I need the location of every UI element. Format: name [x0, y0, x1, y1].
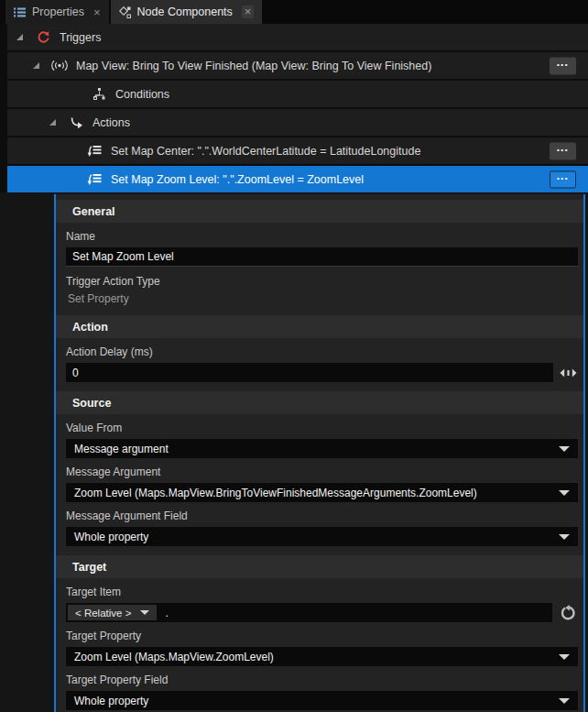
node-components-panel: Properties × Node Components ×	[0, 0, 588, 712]
message-argument-field-select[interactable]: Whole property	[66, 527, 578, 546]
target-property-selected: Zoom Level (Maps.MapView.ZoomLevel)	[74, 651, 274, 663]
value-from-label: Value From	[66, 422, 583, 435]
node-components-icon	[119, 6, 131, 18]
reset-button[interactable]	[560, 605, 576, 621]
chevron-down-icon	[559, 698, 570, 704]
set-property-icon	[85, 145, 103, 158]
tab-properties[interactable]: Properties ×	[5, 0, 109, 24]
section-title: Action	[72, 321, 108, 334]
reset-icon	[560, 605, 576, 621]
section-header-source: Source	[56, 391, 583, 414]
chevron-down-icon	[559, 490, 570, 496]
chevron-down-icon	[140, 610, 149, 615]
tab-node-components[interactable]: Node Components ×	[111, 0, 263, 24]
section-title: Target	[72, 561, 106, 574]
tree-row-label: Conditions	[115, 88, 169, 101]
expander-icon[interactable]	[16, 34, 23, 40]
tree-row-actions[interactable]: Actions	[7, 109, 588, 136]
message-argument-selected: Zoom Level (Maps.MapView.BringToViewFini…	[74, 487, 477, 499]
section-header-target: Target	[56, 555, 583, 578]
section-title: Source	[72, 397, 111, 410]
section-header-action: Action	[56, 315, 583, 338]
tab-properties-label: Properties	[32, 5, 84, 18]
chevron-down-icon	[559, 446, 570, 452]
close-icon[interactable]: ×	[242, 5, 255, 18]
more-options-button[interactable]: •••	[550, 170, 576, 188]
tree-row-label: Set Map Center: ".".WorldCenterLatitude …	[111, 145, 420, 158]
trigger-action-type-label: Trigger Action Type	[66, 275, 583, 289]
target-property-field-selected: Whole property	[74, 695, 148, 707]
action-delay-label: Action Delay (ms)	[66, 345, 583, 359]
target-item-mode-select[interactable]: < Relative >	[68, 605, 157, 620]
tree-row-label: Set Map Zoom Level: ".".ZoomLevel = Zoom…	[111, 173, 364, 186]
target-item-path: .	[165, 607, 168, 619]
section-header-general: General	[56, 200, 583, 223]
value-from-selected: Message argument	[74, 443, 169, 455]
tree-row-label: Triggers	[60, 31, 101, 44]
target-property-select[interactable]: Zoom Level (Maps.MapView.ZoomLevel)	[66, 647, 578, 666]
action-delay-row	[66, 363, 577, 382]
target-item-row: < Relative > .	[66, 603, 576, 622]
tree-row-set-map-zoom-level[interactable]: Set Map Zoom Level: ".".ZoomLevel = Zoom…	[7, 166, 588, 192]
target-item-label: Target Item	[66, 586, 583, 599]
name-label: Name	[66, 230, 583, 244]
tree-row-label: Map View: Bring To View Finished (Map Vi…	[76, 60, 431, 72]
tab-node-components-label: Node Components	[137, 5, 233, 18]
message-argument-field-label: Message Argument Field	[66, 509, 583, 523]
more-options-button[interactable]: •••	[550, 57, 576, 74]
message-argument-label: Message Argument	[66, 466, 583, 479]
expander-icon[interactable]	[49, 119, 56, 126]
target-property-field-select[interactable]: Whole property	[66, 691, 578, 710]
component-tree: Triggers Map View: Bring To View Finishe…	[0, 24, 588, 192]
message-broadcast-icon	[50, 60, 69, 71]
message-argument-field-selected: Whole property	[74, 531, 148, 543]
target-property-label: Target Property	[66, 630, 583, 643]
name-input[interactable]	[66, 247, 578, 267]
chevron-down-icon	[559, 654, 570, 660]
trigger-action-type-value: Set Property	[68, 292, 583, 306]
target-item-field[interactable]: < Relative > .	[66, 603, 552, 622]
chevron-down-icon	[559, 534, 570, 540]
tree-row-set-map-center[interactable]: Set Map Center: ".".WorldCenterLatitude …	[7, 137, 588, 164]
target-item-mode-selected: < Relative >	[75, 608, 131, 619]
tree-row-map-view-trigger[interactable]: Map View: Bring To View Finished (Map Vi…	[7, 52, 588, 79]
action-delay-input[interactable]	[66, 363, 553, 382]
trigger-action-editor: General Name Trigger Action Type Set Pro…	[54, 194, 585, 712]
tree-row-conditions[interactable]: Conditions	[7, 81, 588, 107]
drag-width-icon[interactable]	[560, 368, 577, 378]
expander-icon[interactable]	[33, 62, 39, 69]
section-title: General	[72, 205, 115, 218]
set-property-icon	[85, 173, 103, 186]
tree-row-triggers[interactable]: Triggers	[7, 24, 588, 50]
tree-row-label: Actions	[93, 116, 130, 129]
triggers-icon	[34, 30, 52, 44]
actions-icon	[67, 116, 85, 129]
more-options-button[interactable]: •••	[550, 142, 576, 159]
close-icon[interactable]: ×	[93, 6, 101, 18]
properties-list-icon	[14, 7, 26, 17]
target-property-field-label: Target Property Field	[66, 674, 583, 687]
value-from-select[interactable]: Message argument	[66, 439, 578, 458]
message-argument-select[interactable]: Zoom Level (Maps.MapView.BringToViewFini…	[66, 483, 578, 502]
tab-bar: Properties × Node Components ×	[0, 0, 588, 24]
conditions-icon	[90, 87, 108, 101]
